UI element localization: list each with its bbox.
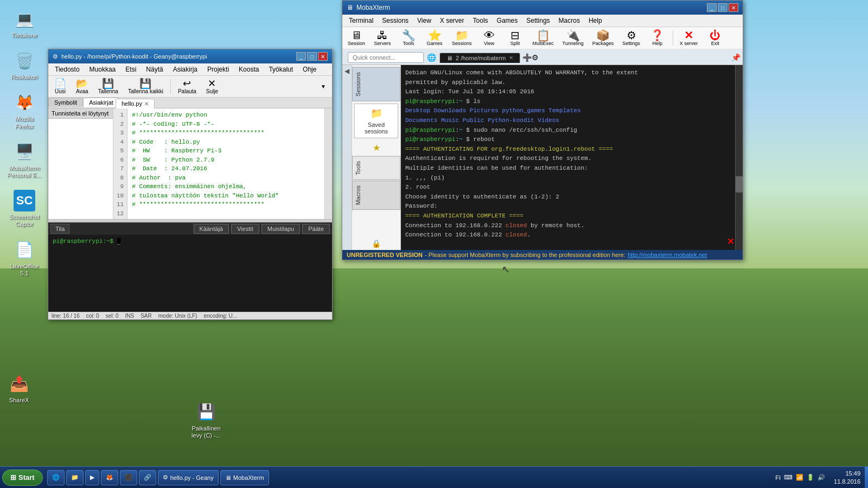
toolbar-exit[interactable]: ⏻ Exit [703, 29, 727, 47]
toolbar-tools[interactable]: 🔧 Tools [397, 29, 420, 47]
quick-connect-input[interactable] [348, 52, 424, 63]
desktop-icon-mobaxterm[interactable]: 🖥️ MobaXtermPersonal E... [5, 141, 43, 179]
close-tab-icon[interactable]: ✕ [144, 101, 149, 107]
toolbar-dropdown[interactable]: ▼ [317, 82, 330, 91]
sessions-vertical-tab[interactable]: Sessions [352, 67, 400, 101]
taskbar-ie[interactable]: 🌐 [47, 470, 65, 485]
tab-symbolit[interactable]: Symbolit [48, 98, 83, 107]
toolbar-session[interactable]: 🖥 Session [344, 29, 368, 47]
taskbar-mobaxterm[interactable]: 🖥 MobaXterm [220, 470, 269, 485]
toolbar-tunneling[interactable]: 🔌 Tunneling [559, 29, 587, 47]
btn-muistilapu[interactable]: Muistilapu [261, 224, 301, 234]
tab-close-icon[interactable]: ✕ [509, 55, 513, 61]
terminal-scrollbar[interactable] [735, 65, 743, 250]
macros-vertical-tab[interactable]: Macros [352, 181, 400, 210]
term-line-password: Password: [405, 202, 731, 211]
toolbar-xserver[interactable]: ✕ X server [676, 29, 701, 47]
menu-settings[interactable]: Settings [522, 16, 554, 25]
show-desktop-button[interactable] [865, 467, 868, 488]
code-scrollbar[interactable] [324, 108, 332, 219]
star-icon: ★ [373, 143, 380, 152]
btn-kaantaja[interactable]: Kääntäjä [194, 224, 229, 234]
toolbar-uusi[interactable]: 📄 Uusi [50, 77, 70, 96]
toolbar-settings[interactable]: ⚙ Settings [619, 29, 643, 47]
taskbar-network[interactable]: 🔗 [139, 470, 156, 485]
moba-maximize-button[interactable]: □ [718, 3, 727, 12]
taskbar-geany[interactable]: ⚙ hello.py - Geany [158, 470, 219, 485]
start-button[interactable]: ⊞ Start [2, 470, 43, 486]
taskbar-cmd[interactable]: ⬛ [120, 470, 137, 485]
toolbar-avaa[interactable]: 📂 Avaa [72, 77, 92, 96]
terminal-tab-tila[interactable]: Tila [50, 224, 69, 234]
mobaxterm-link[interactable]: http://mobaxterm.mobatek.net [628, 252, 707, 258]
close-button[interactable]: ✕ [318, 52, 328, 61]
menu-tools[interactable]: Tools [469, 16, 493, 25]
open-file-icon: 📂 [76, 79, 88, 88]
toolbar-view[interactable]: 👁 View [477, 29, 501, 47]
code-editor-area[interactable]: 1 2 3 4 5 6 7 8 9 10 11 12 13 #!/usr/bin… [113, 108, 332, 219]
toolbar-palauta[interactable]: ↩ Palauta [174, 77, 200, 96]
menu-koosta[interactable]: Koosta [234, 65, 263, 74]
menu-help[interactable]: Help [584, 16, 607, 25]
menu-asiakirja[interactable]: Asiakirja [169, 65, 202, 74]
menu-tyokalut[interactable]: Työkalut [264, 65, 297, 74]
terminal-output[interactable]: Debian GNU/Linux comes with ABSOLUTELY N… [401, 65, 735, 250]
menu-view[interactable]: View [413, 16, 436, 25]
toolbar-servers[interactable]: 🖧 Servers [371, 29, 394, 47]
desktop-icon-firefox[interactable]: 🦊 MozillaFirefox [5, 92, 43, 130]
menu-projekti[interactable]: Projekti [203, 65, 233, 74]
code-content[interactable]: #!/usr/bin/env python # -*- coding: UTF-… [127, 108, 324, 219]
pin-icon[interactable]: 📌 [731, 53, 741, 62]
tab-options-icon[interactable]: ⚙ [532, 53, 539, 62]
toolbar-label: X server [680, 41, 698, 46]
btn-paate[interactable]: Pääte [302, 224, 330, 234]
toolbar-split[interactable]: ⊟ Split [503, 29, 527, 47]
desktop-icon-roskakori[interactable]: 🗑️ Roskakori [5, 50, 43, 81]
menu-macros[interactable]: Macros [554, 16, 584, 25]
menu-nayta[interactable]: Näytä [142, 65, 167, 74]
minimize-button[interactable]: _ [296, 52, 306, 61]
desktop-icon-libreoffice[interactable]: 📄 LibreOffice5.1 [5, 239, 43, 277]
collapse-arrow[interactable]: ◀ [344, 67, 349, 75]
menu-muokkaa[interactable]: Muokkaa [85, 65, 120, 74]
maximize-button[interactable]: □ [307, 52, 317, 61]
mouse-cursor: ↖ [502, 264, 510, 275]
mobaxterm-taskbar-icon: 🖥 [225, 474, 231, 481]
moba-close-button[interactable]: ✕ [729, 3, 738, 12]
toolbar-tallenna-kaikki[interactable]: 💾 Tallenna kaikki [124, 77, 167, 96]
desktop-icon-tietokone[interactable]: 💻 Tietokone [5, 8, 43, 39]
toolbar-games[interactable]: ⭐ Games [423, 29, 446, 47]
menu-tiedosto[interactable]: Tiedosto [50, 65, 84, 74]
desktop-icon-paikallinen[interactable]: 💾 Paikallinenlevy (C) -... [187, 401, 225, 439]
btn-viestit[interactable]: Viestit [231, 224, 259, 234]
moba-minimize-button[interactable]: _ [707, 3, 717, 12]
terminal-console[interactable]: pi@raspberrypi:~$ █ [48, 235, 332, 312]
toolbar-sessions[interactable]: 📁 Sessions [449, 29, 475, 47]
toolbar-tallenna[interactable]: 💾 Tallenna [94, 77, 122, 96]
taskbar-media[interactable]: ▶ [85, 470, 99, 485]
toolbar-help[interactable]: ❓ Help [646, 29, 669, 47]
menu-ohje[interactable]: Ohje [298, 65, 321, 74]
taskbar-explorer[interactable]: 📁 [66, 470, 84, 485]
taskbar-firefox[interactable]: 🦊 [101, 470, 118, 485]
tools-vertical-tab[interactable]: Tools [352, 156, 400, 180]
toolbar-multiexec[interactable]: 📋 MultiExec [529, 29, 557, 47]
favorite-star[interactable]: ★ [352, 140, 400, 155]
geany-sidebar: Tunnisteita ei löytynyt [48, 108, 113, 219]
add-tab-icon[interactable]: ➕ [522, 53, 532, 62]
keyboard-icon: ⌨ [784, 474, 793, 481]
desktop-icon-sharex[interactable]: 📤 ShareX [0, 373, 38, 404]
desktop-icon-screenshot[interactable]: SC ScreenshotCaptor [5, 190, 43, 228]
lock-icon[interactable]: 🔒 [372, 239, 381, 248]
tab-home-mobaterm[interactable]: 🖥 2 /home/mobaterm ✕ [439, 53, 520, 63]
geany-terminal: Tila Kääntäjä Viestit Muistilapu Pääte p… [48, 222, 332, 312]
menu-sessions[interactable]: Sessions [378, 16, 413, 25]
menu-games[interactable]: Games [493, 16, 522, 25]
menu-etsi[interactable]: Etsi [121, 65, 141, 74]
tab-hellofile[interactable]: hello.py ✕ [116, 99, 155, 108]
toolbar-packages[interactable]: 📦 Packages [589, 29, 617, 47]
mobaxterm-title-area: 🖥 MobaXterm [347, 4, 390, 11]
menu-terminal[interactable]: Terminal [344, 16, 378, 25]
menu-xserver[interactable]: X server [436, 16, 469, 25]
toolbar-sulje[interactable]: ✕ Sulje [202, 77, 222, 96]
